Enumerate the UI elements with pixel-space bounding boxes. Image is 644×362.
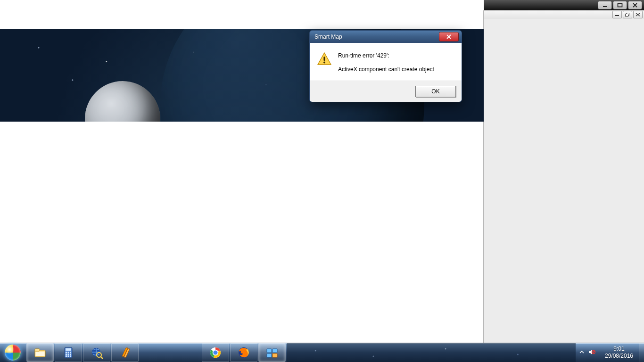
chrome-icon [209,346,222,359]
taskbar-file-explorer[interactable] [26,343,54,362]
taskbar-task-switcher[interactable] [258,343,286,362]
dialog-body: Run-time error '429': ActiveX component … [310,43,462,81]
svg-point-6 [323,62,325,64]
svg-rect-9 [36,352,45,356]
show-desktop-button[interactable] [639,343,644,362]
svg-rect-2 [615,15,619,16]
file-explorer-icon [33,346,47,359]
start-orb-icon [5,345,21,361]
background-app-client [484,19,644,343]
taskbar-globe-search[interactable] [83,343,110,362]
svg-rect-29 [272,349,277,353]
svg-rect-15 [66,354,67,355]
moon-graphic [85,81,160,122]
svg-rect-8 [35,349,40,351]
mdi-button-bar [484,10,644,19]
volume-button[interactable] [588,348,595,357]
taskbar-gap [140,343,201,362]
svg-rect-19 [68,355,69,357]
taskbar-chrome[interactable] [202,343,229,362]
clock-date: 29/08/2016 [605,353,633,360]
close-button[interactable] [628,1,642,9]
system-tray [576,343,599,362]
calculator-icon [62,346,75,359]
svg-rect-18 [66,355,67,357]
warning-icon [317,52,331,67]
maximize-button[interactable] [613,1,627,9]
svg-rect-16 [68,354,69,355]
dialog-message: Run-time error '429': ActiveX component … [338,51,454,74]
mdi-restore-button[interactable] [623,11,632,18]
taskbar-firefox[interactable] [230,343,257,362]
error-dialog: Smart Map Run-time error '429': ActiveX … [309,30,462,102]
background-window-caption-bar [484,0,644,10]
svg-rect-20 [70,355,71,357]
svg-rect-5 [323,57,325,61]
taskbar: 9:01 29/08/2016 [0,343,644,362]
taskbar-background-image [287,343,576,362]
start-button[interactable] [0,343,25,362]
svg-rect-0 [603,6,607,7]
task-switcher-icon [265,346,279,359]
globe-search-icon [90,346,103,359]
minimize-button[interactable] [598,1,612,9]
chevron-up-icon [579,350,584,354]
svg-rect-11 [66,348,71,351]
taskbar-winamp[interactable] [111,343,139,362]
svg-rect-31 [272,354,277,357]
background-app [483,10,644,343]
close-icon [446,34,452,39]
volume-muted-icon [588,348,595,356]
svg-rect-4 [626,14,628,16]
firefox-icon [237,346,250,359]
dialog-close-button[interactable] [439,32,459,41]
svg-rect-30 [267,354,272,357]
svg-rect-13 [68,352,69,353]
svg-rect-28 [267,349,272,353]
mdi-minimize-button[interactable] [612,11,622,18]
taskbar-pinned-left [25,343,140,362]
svg-rect-17 [70,354,71,355]
taskbar-clock[interactable]: 9:01 29/08/2016 [599,343,639,362]
ok-button[interactable]: OK [415,86,456,97]
dialog-message-line2: ActiveX component can't create object [338,65,454,74]
svg-rect-1 [618,4,622,7]
svg-rect-14 [70,352,71,353]
dialog-message-line1: Run-time error '429': [338,51,454,60]
svg-line-33 [593,351,595,353]
svg-rect-12 [66,352,67,353]
clock-time: 9:01 [613,346,624,353]
dialog-button-row: OK [310,81,462,102]
taskbar-calculator[interactable] [55,343,82,362]
show-hidden-icons-button[interactable] [579,349,584,356]
dialog-title: Smart Map [314,33,342,40]
dialog-titlebar[interactable]: Smart Map [310,31,462,43]
svg-line-23 [101,357,103,359]
mdi-close-button[interactable] [633,11,643,18]
taskbar-pinned-center [201,343,287,362]
winamp-icon [118,346,132,359]
